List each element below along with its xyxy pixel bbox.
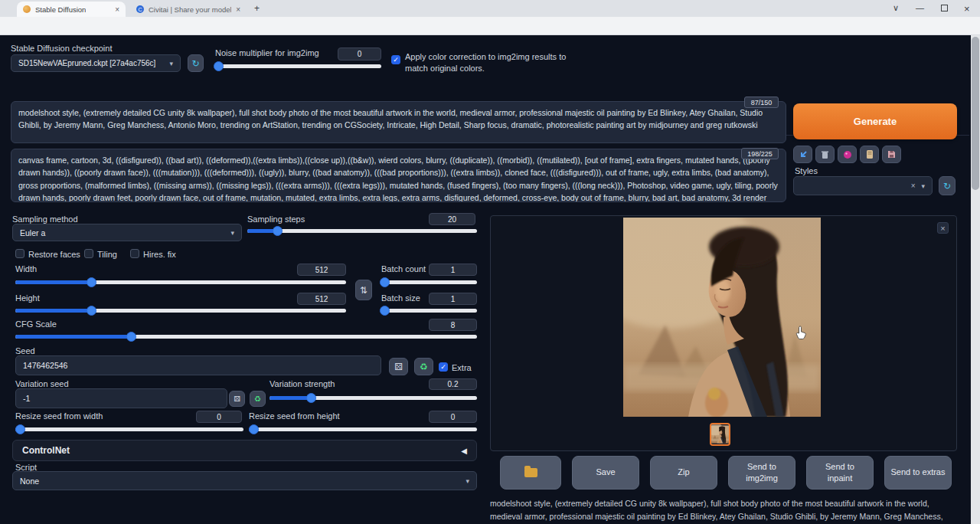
batch-count-value[interactable]: 1 [429,264,477,276]
sampling-method-dropdown[interactable]: Euler a ▾ [12,224,242,241]
browser-menu-chevron-icon[interactable]: ∨ [893,3,899,13]
save-style-button[interactable] [882,146,901,163]
output-gallery: × [490,215,957,451]
swap-icon: ⇅ [360,285,368,296]
tiling-checkbox[interactable] [84,249,93,258]
browser-tab-title: Stable Diffusion [35,5,86,14]
seed-input[interactable]: 1476462546 [15,355,381,375]
checkpoint-value: SD15NewVAEpruned.ckpt [27a4ac756c] [18,59,155,67]
width-slider[interactable] [15,280,346,284]
noise-multiplier-slider[interactable] [215,64,381,68]
styles-clear-icon[interactable]: × [911,182,916,190]
checkpoint-refresh-button[interactable]: ↻ [188,54,204,72]
restore-faces-checkbox[interactable] [15,249,24,258]
trash-icon [821,150,829,159]
dice-icon: ⚄ [394,362,402,372]
extra-networks-button[interactable] [838,146,857,163]
check-icon: ✓ [393,56,399,64]
chevron-down-icon: ▾ [921,182,925,190]
tab-close-icon[interactable]: × [236,5,240,14]
send-to-extras-button[interactable]: Send to extras [884,456,952,490]
hand-cursor [795,326,807,339]
open-folder-button[interactable] [500,456,561,490]
cfg-scale-label: CFG Scale [15,319,57,329]
variation-seed-input[interactable]: -1 [15,388,227,408]
reuse-seed-button[interactable]: ♻ [414,358,433,375]
check-icon: ✓ [440,363,446,371]
styles-dropdown[interactable]: × ▾ [793,176,933,195]
close-gallery-icon[interactable]: × [937,222,949,234]
styles-label: Styles [795,166,818,175]
height-slider[interactable] [15,309,346,313]
batch-size-slider[interactable] [381,309,477,313]
variation-seed-label: Variation seed [15,379,69,388]
new-tab-button[interactable]: + [254,3,260,14]
random-seed-button[interactable]: ⚄ [389,358,408,375]
prompt-textarea[interactable]: modelshoot style, (extremely detailed CG… [11,101,786,143]
gallery-thumbnail[interactable] [710,423,730,446]
sampling-steps-value[interactable]: 20 [429,213,475,225]
zip-button[interactable]: Zip [650,456,717,490]
window-close-icon[interactable]: × [964,3,970,15]
chevron-down-icon: ▾ [169,60,173,67]
hires-fix-checkbox[interactable] [130,249,139,258]
close-icon: × [940,224,945,233]
checkpoint-label: Stable Diffusion checkpoint [11,44,113,53]
color-correction-checkbox[interactable]: ✓ [391,55,400,64]
resize-seed-width-value[interactable]: 0 [196,411,242,423]
cfg-scale-value[interactable]: 8 [429,319,477,331]
refresh-icon: ↻ [191,58,199,69]
window-maximize-icon[interactable] [941,5,948,11]
restore-faces-label: Restore faces [28,250,80,259]
folder-icon [524,468,537,477]
noise-multiplier-value[interactable]: 0 [338,47,381,61]
window-minimize-icon[interactable]: — [916,3,924,12]
refresh-icon: ↻ [943,181,951,192]
controlnet-accordion[interactable]: ControlNet ◀ [12,440,477,461]
browser-tab-stable-diffusion[interactable]: Stable Diffusion × [17,2,126,17]
generate-button[interactable]: Generate [793,103,957,139]
batch-size-value[interactable]: 1 [429,293,477,305]
negative-prompt-textarea[interactable]: canvas frame, cartoon, 3d, ((disfigured)… [11,149,786,202]
floppy-icon [887,150,896,159]
apply-styles-button[interactable] [860,146,879,163]
sampling-steps-slider[interactable] [247,229,477,233]
clipboard-icon [866,149,874,159]
extra-seed-checkbox[interactable]: ✓ [439,362,448,372]
styles-refresh-button[interactable]: ↻ [939,176,956,195]
hires-fix-label: Hires. fix [143,250,176,259]
browser-tab-civitai[interactable]: C Civitai | Share your models × [130,2,247,17]
dice-icon: ⚄ [234,395,240,403]
chevron-down-icon: ▾ [230,229,234,237]
variation-reuse-seed-button[interactable]: ♻ [250,391,266,407]
checkpoint-dropdown[interactable]: SD15NewVAEpruned.ckpt [27a4ac756c] ▾ [11,54,181,72]
height-value[interactable]: 512 [297,293,346,305]
tab-close-icon[interactable]: × [115,5,119,14]
send-to-inpaint-button[interactable]: Send to inpaint [806,456,874,490]
palette-icon [843,150,852,159]
save-button[interactable]: Save [572,456,639,490]
read-parameters-button[interactable] [793,146,812,163]
variation-random-seed-button[interactable]: ⚄ [229,391,245,407]
clear-prompt-button[interactable] [815,146,835,163]
variation-strength-value[interactable]: 0.2 [429,378,477,390]
variation-strength-slider[interactable] [270,396,477,400]
sampling-method-value: Euler a [20,228,45,237]
resize-seed-height-slider[interactable] [249,427,477,431]
scrollbar-thumb[interactable] [972,37,979,190]
resize-seed-height-value[interactable]: 0 [429,411,477,423]
swap-dimensions-button[interactable]: ⇅ [355,280,372,300]
recycle-icon: ♻ [420,362,428,372]
width-value[interactable]: 512 [297,264,346,276]
cfg-scale-slider[interactable] [15,335,477,339]
civitai-favicon: C [136,5,144,13]
width-label: Width [15,264,37,273]
resize-seed-width-slider[interactable] [15,427,243,431]
script-dropdown[interactable]: None ▾ [12,471,477,490]
send-to-img2img-button[interactable]: Send to img2img [728,456,795,490]
stable-diffusion-favicon [23,5,31,13]
generated-image[interactable] [623,218,821,417]
sampling-steps-label: Sampling steps [247,215,305,224]
browser-tab-title: Civitai | Share your models [149,5,231,14]
batch-count-slider[interactable] [381,280,477,284]
